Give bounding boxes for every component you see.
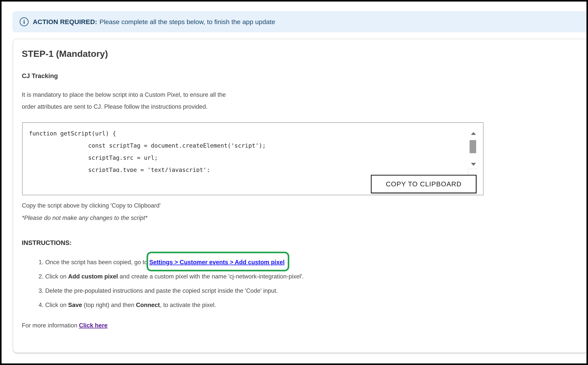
text-segment: 3. Delete the pre-populated instructions… [39,287,278,294]
banner-message: Please complete all the steps below, to … [100,18,275,26]
click-here-link[interactable]: Click here [79,322,108,329]
intro-text: It is mandatory to place the below scrip… [22,89,226,113]
text-segment: , to activate the pixel. [160,302,216,308]
script-code-box: function getScript(url) { const scriptTa… [22,122,483,195]
instruction-item-1: 1. Once the script has been copied, go t… [39,258,285,266]
text-segment: (top right) and then [82,302,136,308]
script-textarea[interactable]: function getScript(url) { const scriptTa… [22,123,466,172]
settings-customer-events-link[interactable]: Settings > Customer events > Add custom … [149,259,285,266]
copy-note: Copy the script above by clicking 'Copy … [22,202,161,209]
bold-text: Save [68,302,82,308]
text-segment: For more information [22,322,79,329]
intro-line-1: It is mandatory to place the below scrip… [22,89,226,101]
bold-text: Connect [136,302,160,308]
green-highlight-box: Settings > Customer events > Add custom … [149,258,285,266]
text-segment: 1. Once the script has been copied, go t… [39,259,149,266]
instruction-item-2: 2. Click on Add custom pixel and create … [39,273,304,281]
intro-line-2: order attributes are sent to CJ. Please … [22,101,226,113]
bold-text: Add custom pixel [68,273,118,280]
scroll-up-arrow-icon[interactable] [471,132,476,135]
more-info: For more information Click here [22,322,108,329]
step-card: STEP-1 (Mandatory) CJ Tracking It is man… [13,39,587,353]
instruction-item-4: 4. Click on Save (top right) and then Co… [39,301,216,309]
instruction-item-3: 3. Delete the pre-populated instructions… [39,287,278,295]
step-title: STEP-1 (Mandatory) [22,48,108,59]
instructions-title: INSTRUCTIONS: [22,239,72,246]
action-required-banner: i ACTION REQUIRED: Please complete all t… [12,11,587,32]
section-title: CJ Tracking [22,72,58,80]
text-segment: and create a custom pixel with the name … [118,273,304,280]
info-icon: i [20,17,29,26]
script-code: function getScript(url) { const scriptTa… [22,123,466,172]
scroll-down-arrow-icon[interactable] [471,163,476,166]
scrollbar-thumb[interactable] [470,140,476,153]
text-segment: 4. Click on [39,302,68,308]
banner-title: ACTION REQUIRED: [33,18,97,26]
warning-note: *Please do not make any changes to the s… [22,215,147,221]
text-segment: 2. Click on [39,273,68,280]
vertical-scrollbar[interactable] [469,132,478,174]
copy-to-clipboard-button[interactable]: COPY TO CLIPBOARD [371,175,477,193]
screenshot-frame: i ACTION REQUIRED: Please complete all t… [0,0,588,365]
